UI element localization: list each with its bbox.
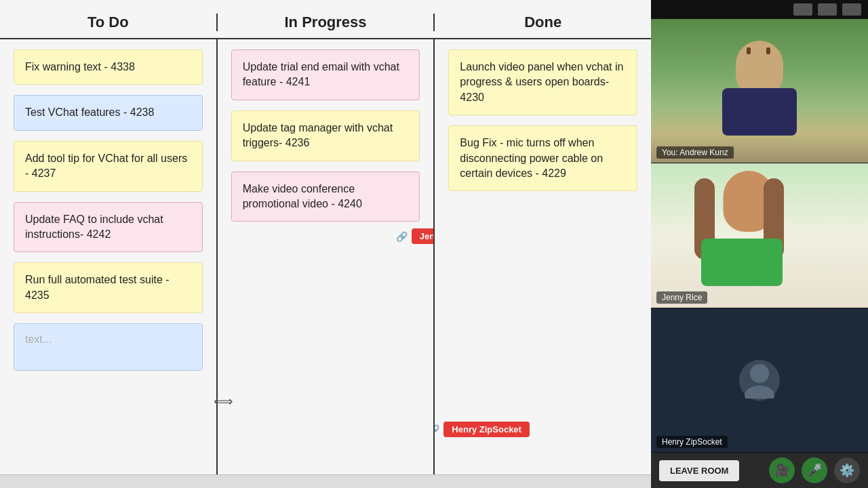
resize-handle[interactable]: ⟺ — [214, 393, 233, 409]
video-slot-andrew: You: Andrew Kunz — [651, 19, 868, 163]
video-panel: You: Andrew Kunz Jenny Rice — [651, 0, 868, 488]
kanban-board: To Do In Progress Done Fix warning text … — [0, 0, 651, 488]
jenny-body — [701, 239, 783, 286]
top-bar-btn-2[interactable] — [818, 3, 837, 16]
top-bar-btn-1[interactable] — [793, 3, 812, 16]
henry-name-tag: Henry ZipSocket — [656, 436, 728, 448]
jenny-rice-label[interactable]: Jenny Rice — [412, 228, 435, 244]
camera-button[interactable]: 🎥 — [769, 458, 795, 483]
card-todo-3[interactable]: Add tool tip for VChat for all users - 4… — [14, 141, 203, 192]
mic-button[interactable]: 🎤 — [802, 458, 827, 483]
video-slot-jenny: Jenny Rice — [651, 163, 868, 308]
kanban-bottom-bar — [0, 474, 651, 488]
henry-silhouette — [739, 360, 780, 401]
settings-button[interactable]: ⚙️ — [834, 458, 860, 483]
jenny-video-bg — [651, 163, 868, 307]
video-participants: You: Andrew Kunz Jenny Rice — [651, 19, 868, 453]
silhouette-icon — [743, 361, 776, 399]
card-inp-1[interactable]: Update trial end email with vchat featur… — [231, 49, 420, 100]
col-todo: Fix warning text - 4338 Test VChat featu… — [0, 39, 218, 474]
camera-icon: 🎥 — [774, 463, 789, 478]
andrew-name-tag: You: Andrew Kunz — [656, 146, 734, 159]
henry-label-area: 🔗 Henry ZipSocket — [435, 418, 530, 437]
settings-icon: ⚙️ — [840, 463, 854, 478]
andrew-body — [722, 88, 797, 136]
col-header-done: Done — [435, 14, 651, 31]
jenny-rice-label-area: 🔗 Jenny Rice — [396, 225, 435, 244]
card-done-1[interactable]: Launch video panel when vchat in progres… — [448, 49, 637, 115]
card-todo-1[interactable]: Fix warning text - 4338 — [14, 49, 203, 85]
top-bar-btn-3[interactable] — [842, 3, 861, 16]
col-done: Launch video panel when vchat in progres… — [435, 39, 651, 474]
video-controls: LEAVE ROOM 🎥 🎤 ⚙️ — [651, 453, 868, 488]
card-todo-input[interactable]: text... — [14, 323, 203, 371]
andrew-glasses-right — [747, 47, 751, 54]
video-top-bar — [651, 0, 868, 19]
kanban-header: To Do In Progress Done — [0, 0, 651, 39]
link-icon-henry: 🔗 — [435, 424, 439, 435]
mic-icon: 🎤 — [807, 463, 822, 478]
henry-silhouette-container — [651, 308, 868, 452]
card-todo-4[interactable]: Update FAQ to include vchat instructions… — [14, 202, 203, 253]
link-icon-jenny: 🔗 — [396, 231, 408, 242]
card-todo-2[interactable]: Test VChat features - 4238 — [14, 95, 203, 130]
andrew-video-bg — [651, 19, 868, 163]
henry-video-bg — [651, 308, 868, 452]
card-todo-5[interactable]: Run full automated test suite - 4235 — [14, 262, 203, 313]
henry-zipsocket-label[interactable]: Henry ZipSocket — [443, 422, 530, 437]
card-todo-input-placeholder: text... — [25, 333, 52, 345]
andrew-glasses-left — [766, 47, 770, 54]
card-done-2[interactable]: Bug Fix - mic turns off when disconnecti… — [448, 125, 637, 191]
video-slot-henry: Henry ZipSocket — [651, 308, 868, 453]
col-inprogress: Update trial end email with vchat featur… — [218, 39, 435, 474]
col-header-todo: To Do — [0, 14, 218, 31]
svg-point-0 — [750, 364, 769, 383]
kanban-body: Fix warning text - 4338 Test VChat featu… — [0, 39, 651, 474]
card-inp-2[interactable]: Update tag manager with vchat triggers- … — [231, 110, 420, 161]
card-inp-3[interactable]: Make video conference promotional video … — [231, 171, 420, 222]
leave-room-button[interactable]: LEAVE ROOM — [659, 460, 739, 481]
svg-point-1 — [745, 386, 774, 399]
col-header-inprogress: In Progress — [218, 14, 435, 31]
andrew-head — [736, 41, 783, 95]
jenny-name-tag: Jenny Rice — [656, 291, 707, 304]
